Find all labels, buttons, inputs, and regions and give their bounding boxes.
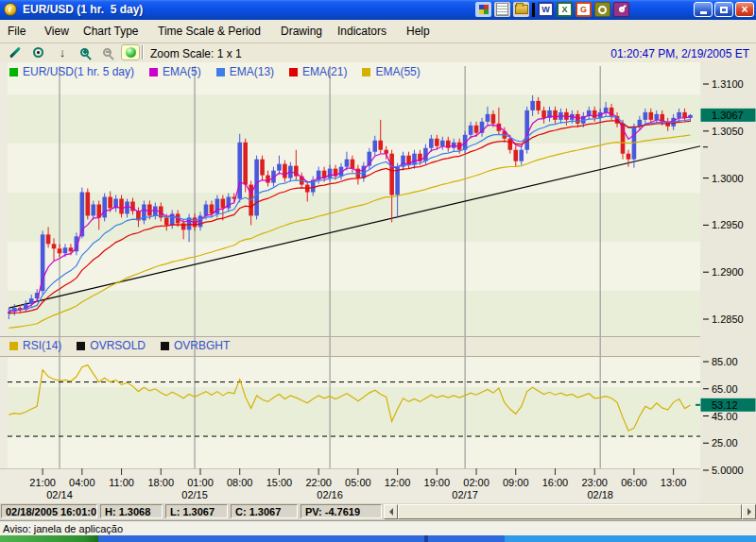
menu-view[interactable]: View <box>44 25 69 38</box>
legend-swatch <box>9 68 18 76</box>
start-button-edge[interactable] <box>0 535 98 542</box>
legend-label: EMA(55) <box>375 65 420 78</box>
menu-indicators[interactable]: Indicators <box>337 25 387 38</box>
legend-label: OVRBGHT <box>174 339 230 352</box>
svg-text:19:00: 19:00 <box>424 477 451 488</box>
scrollbar-thumb[interactable] <box>398 504 742 519</box>
zoom-scale-label: Zoom Scale: 1 x 1 <box>150 47 242 60</box>
legend-label: EMA(21) <box>302 65 347 78</box>
taskbar-segment[interactable] <box>505 535 756 542</box>
svg-text:65.00: 65.00 <box>712 383 738 395</box>
legend-swatch <box>362 68 370 76</box>
open-folder-icon[interactable] <box>513 2 529 17</box>
svg-text:45.00: 45.00 <box>712 411 738 422</box>
legend-label: EMA(13) <box>230 65 274 78</box>
svg-text:23:00: 23:00 <box>581 477 608 488</box>
toolbar-separator <box>142 45 143 59</box>
line-tool-icon[interactable] <box>6 44 25 60</box>
svg-text:21:00: 21:00 <box>29 477 56 488</box>
price-chart[interactable]: 1.31001.30501.30001.29501.29001.28501.30… <box>0 62 756 503</box>
notes-icon[interactable] <box>494 2 510 17</box>
svg-text:1.3100: 1.3100 <box>712 78 744 90</box>
legend-label: RSI(14) <box>23 339 61 352</box>
svg-text:12:00: 12:00 <box>385 477 411 488</box>
restore-button[interactable] <box>714 2 733 17</box>
svg-text:02/18: 02/18 <box>587 489 613 500</box>
status-low: L: 1.3067 <box>165 504 228 518</box>
status-pv: PV: -4.7619 <box>301 504 382 518</box>
svg-text:16:00: 16:00 <box>542 477 569 488</box>
svg-text:06:00: 06:00 <box>621 477 647 488</box>
svg-text:15:00: 15:00 <box>266 477 293 488</box>
svg-text:01:00: 01:00 <box>187 477 214 488</box>
svg-text:02/17: 02/17 <box>452 489 478 500</box>
chart-region: 1.31001.30501.30001.29501.29001.28501.30… <box>0 62 756 503</box>
svg-text:13:00: 13:00 <box>661 477 687 488</box>
close-button[interactable]: × <box>735 2 754 17</box>
schedule-icon[interactable]: G <box>576 2 592 17</box>
legend-label: OVRSOLD <box>90 339 146 352</box>
clock-icon[interactable] <box>594 2 610 17</box>
app-logo-icon <box>4 3 17 16</box>
svg-text:02/15: 02/15 <box>181 489 208 500</box>
svg-text:1.2850: 1.2850 <box>712 313 744 325</box>
scroll-left-arrow-icon[interactable] <box>384 504 398 519</box>
menu-chart-type[interactable]: Chart Type <box>83 25 138 38</box>
legend-swatch <box>216 68 225 76</box>
svg-text:11:00: 11:00 <box>109 477 134 488</box>
status-ball-icon[interactable] <box>121 44 140 60</box>
key-icon[interactable] <box>613 2 629 17</box>
scroll-right-arrow-icon[interactable] <box>742 504 756 519</box>
svg-text:25.00: 25.00 <box>712 437 738 449</box>
excel-icon[interactable]: X <box>557 2 573 17</box>
minimize-button[interactable] <box>694 2 713 17</box>
toolbar-clock: 01:20:47 PM, 2/19/2005 ET <box>610 47 749 60</box>
status-datetime: 02/18/2005 16:01:00 <box>1 504 97 518</box>
icon-separator <box>532 3 535 17</box>
status-bar: 02/18/2005 16:01:00 H: 1.3068 L: 1.3067 … <box>0 503 756 520</box>
application-window: EUR/USD (1 hr. 5 day) W X G × File View … <box>0 0 756 542</box>
notice-bar: Aviso: janela de aplicação <box>0 520 756 535</box>
down-arrow-icon[interactable]: ↓ <box>53 44 72 60</box>
svg-text:22:00: 22:00 <box>305 477 332 488</box>
svg-text:1.3050: 1.3050 <box>712 126 744 137</box>
svg-text:02:00: 02:00 <box>463 477 490 488</box>
toolbar: ↓ Zoom Scale: 1 x 1 01:20:47 PM, 2/19/20… <box>0 43 756 63</box>
taskbar-divider <box>424 535 428 542</box>
color-grid-icon[interactable] <box>475 2 491 17</box>
window-title: EUR/USD (1 hr. 5 day) <box>23 3 143 16</box>
zoom-out-icon[interactable] <box>98 44 117 60</box>
svg-text:18:00: 18:00 <box>148 477 175 488</box>
pointer-tool-icon[interactable] <box>28 44 47 60</box>
svg-text:1.3067: 1.3067 <box>712 110 744 121</box>
status-high: H: 1.3068 <box>100 504 163 518</box>
zoom-in-icon[interactable] <box>76 44 94 60</box>
menu-file[interactable]: File <box>8 25 26 38</box>
taskbar-sliver[interactable] <box>0 535 756 542</box>
window-buttons: × <box>694 2 754 17</box>
horizontal-scrollbar[interactable] <box>384 504 756 519</box>
legend-swatch <box>161 342 169 350</box>
svg-text:02/16: 02/16 <box>317 489 343 500</box>
titlebar-quick-launch: W X G <box>475 2 629 17</box>
svg-text:1.2900: 1.2900 <box>712 266 744 278</box>
main-chart-legend: EUR/USD(1 hr. 5 day) EMA(5) EMA(13) EMA(… <box>9 65 421 78</box>
legend-swatch <box>77 342 85 350</box>
svg-text:5.0000: 5.0000 <box>712 465 744 476</box>
word-icon[interactable]: W <box>538 2 554 17</box>
menu-time-scale[interactable]: Time Scale & Period <box>158 25 261 38</box>
svg-text:04:00: 04:00 <box>69 477 95 488</box>
svg-text:09:00: 09:00 <box>503 477 529 488</box>
legend-swatch <box>149 68 158 76</box>
menu-help[interactable]: Help <box>406 25 430 38</box>
title-bar[interactable]: EUR/USD (1 hr. 5 day) W X G × <box>0 0 756 20</box>
svg-text:1.3000: 1.3000 <box>712 173 744 184</box>
svg-text:05:00: 05:00 <box>345 477 371 488</box>
svg-text:85.00: 85.00 <box>712 356 738 367</box>
legend-swatch <box>9 342 18 350</box>
legend-label: EUR/USD(1 hr. 5 day) <box>23 65 134 78</box>
menu-drawing[interactable]: Drawing <box>281 25 322 38</box>
legend-swatch <box>289 68 298 76</box>
legend-label: EMA(5) <box>163 65 201 78</box>
status-close: C: 1.3067 <box>231 504 298 518</box>
